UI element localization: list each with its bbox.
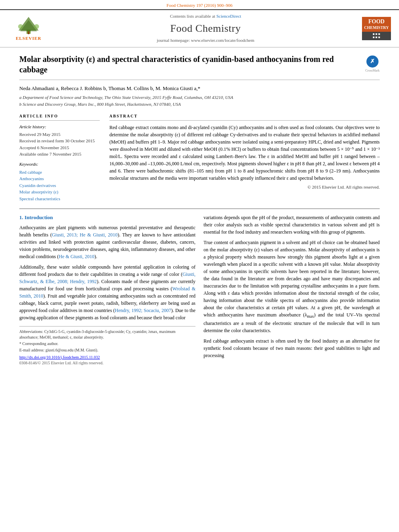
history-received: Received 29 May 2015 xyxy=(19,131,100,138)
keyword-1: Red cabbage xyxy=(19,169,100,176)
badge-box: FOOD CHEMISTRY xyxy=(362,17,391,32)
crossmark-badge: ✗ CrossMark xyxy=(365,55,380,73)
journal-title: Food Chemistry xyxy=(51,21,360,36)
badge-line2: CHEMISTRY xyxy=(364,25,389,30)
abstract-text: Red cabbage extract contains mono and di… xyxy=(109,124,380,182)
contents-line: Contents lists available at ScienceDirec… xyxy=(51,13,360,19)
sciencedirect-link[interactable]: ScienceDirect xyxy=(216,14,241,18)
issn-line: 0308-8146/© 2015 Elsevier Ltd. All right… xyxy=(19,360,195,366)
footnote-1: Abbreviations: Cy3diG-5-G, cyanidin-3-di… xyxy=(19,329,195,340)
article-info-abstract: ARTICLE INFO Article history: Received 2… xyxy=(19,113,380,202)
article-container: Molar absorptivity (ε) and spectral char… xyxy=(0,47,399,372)
header-center: Contents lists available at ScienceDirec… xyxy=(51,13,360,43)
history-online: Available online 7 November 2015 xyxy=(19,151,100,157)
keywords-label: Keywords: xyxy=(19,161,100,167)
article-title: Molar absorptivity (ε) and spectral char… xyxy=(19,54,361,75)
section1-title: 1. Introduction xyxy=(19,214,195,221)
keyword-4: Molar absorptivity (ε) xyxy=(19,189,100,195)
elsevier-logo: ELSEVIER xyxy=(6,15,51,41)
body-content: 1. Introduction Anthocyanins are plant p… xyxy=(19,214,380,366)
history-revised: Received in revised form 30 October 2015 xyxy=(19,138,100,144)
svg-rect-5 xyxy=(28,31,29,34)
doi-anchor[interactable]: http://dx.doi.org/10.1016/j.foodchem.201… xyxy=(19,355,100,359)
affiliation-a: a Department of Food Science and Technol… xyxy=(19,94,380,101)
authors-line: Neda Ahmadiani a, Rebecca J. Robbins b, … xyxy=(19,85,380,92)
badge-line1: FOOD xyxy=(364,18,389,25)
footnotes-section: Abbreviations: Cy3diG-5-G, cyanidin-3-di… xyxy=(19,326,195,366)
keyword-2: Anthocyanins xyxy=(19,175,100,182)
svg-point-4 xyxy=(34,24,39,29)
copyright-line: © 2015 Elsevier Ltd. All rights reserved… xyxy=(109,184,380,190)
article-info-title: ARTICLE INFO xyxy=(19,113,100,121)
article-info-panel: ARTICLE INFO Article history: Received 2… xyxy=(19,113,100,202)
footnote-2: * Corresponding author. xyxy=(19,341,195,347)
crossmark-label: CrossMark xyxy=(365,68,380,73)
body-para-right: variations depends upon the pH of the pr… xyxy=(204,214,380,359)
authors-text: Neda Ahmadiani a, Rebecca J. Robbins b, … xyxy=(19,85,200,91)
elsevier-label: ELSEVIER xyxy=(16,35,41,41)
body-col-left: 1. Introduction Anthocyanins are plant p… xyxy=(19,214,195,366)
footnote-3: E-mail address: giusti.6@osu.edu (M.M. G… xyxy=(19,347,195,353)
abstract-section: ABSTRACT Red cabbage extract contains mo… xyxy=(109,113,380,202)
badge-sub: ■ ■ ■ ■ ■ ■ xyxy=(362,32,391,41)
homepage-line: journal homepage: www.elsevier.com/locat… xyxy=(51,37,360,43)
affiliation-b: b Science and Discovery Group, Mars Inc.… xyxy=(19,101,380,107)
history-accepted: Accepted 6 November 2015 xyxy=(19,145,100,151)
food-chemistry-badge: FOOD CHEMISTRY ■ ■ ■ ■ ■ ■ xyxy=(360,17,393,40)
keyword-5: Spectral characteristics xyxy=(19,195,100,202)
crossmark-icon: ✗ xyxy=(366,55,378,68)
keyword-3: Cyanidin derivatives xyxy=(19,182,100,189)
article-history-label: Article history: xyxy=(19,124,100,130)
affiliations: a Department of Food Science and Technol… xyxy=(19,94,380,108)
body-para-1: Anthocyanins are plant pigments with num… xyxy=(19,224,195,321)
elsevier-tree-icon xyxy=(14,15,43,35)
svg-point-3 xyxy=(18,24,23,29)
body-col-right: variations depends upon the pH of the pr… xyxy=(204,214,380,366)
article-title-section: Molar absorptivity (ε) and spectral char… xyxy=(19,54,380,80)
journal-ref: Food Chemistry 197 (2016) 900–906 xyxy=(167,3,232,8)
top-bar: Food Chemistry 197 (2016) 900–906 xyxy=(0,0,399,9)
journal-header: ELSEVIER Contents lists available at Sci… xyxy=(0,9,399,47)
doi-link[interactable]: http://dx.doi.org/10.1016/j.foodchem.201… xyxy=(19,355,195,360)
section-divider xyxy=(19,208,380,209)
keywords-section: Keywords: Red cabbage Anthocyanins Cyani… xyxy=(19,161,100,202)
abstract-title: ABSTRACT xyxy=(109,113,380,121)
